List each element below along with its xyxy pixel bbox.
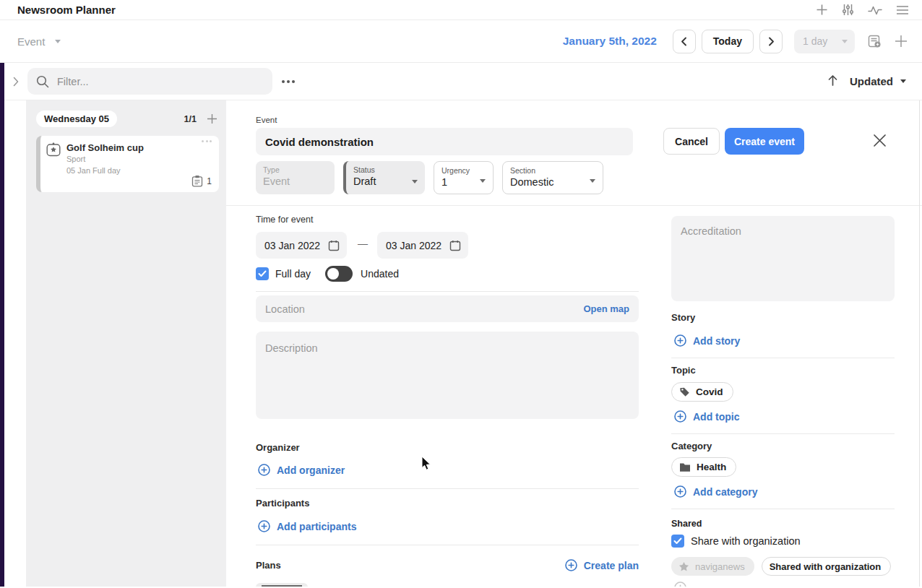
- location-input[interactable]: Location Open map: [256, 295, 639, 322]
- type-select: Type Event: [256, 161, 335, 194]
- undated-toggle[interactable]: [325, 266, 353, 282]
- plan-count: 1: [207, 176, 212, 186]
- description-textarea[interactable]: Description: [256, 332, 639, 419]
- scrollbar-rail[interactable]: [919, 100, 920, 587]
- app-title: Newsroom Planner: [17, 4, 116, 16]
- divider: [256, 291, 639, 292]
- section-select-value: Domestic: [510, 176, 595, 188]
- add-event-icon[interactable]: [207, 113, 217, 124]
- clipped-add-link: [674, 581, 736, 587]
- event-card[interactable]: Golf Solheim cup Sport 05 Jan Full day: [36, 136, 219, 192]
- plans-section-label: Plans: [256, 560, 281, 571]
- view-type-label: Event: [17, 35, 45, 48]
- filter-bar: Filter... Updated: [4, 63, 922, 100]
- card-more-options-icon[interactable]: [202, 140, 212, 142]
- divider: [671, 433, 895, 434]
- sort-by-value: Updated: [850, 75, 893, 87]
- end-date-input[interactable]: 03 Jan 2022: [377, 232, 468, 259]
- section-select-label: Section: [510, 166, 595, 175]
- start-date-input[interactable]: 03 Jan 2022: [256, 232, 347, 259]
- divider: [256, 545, 639, 545]
- add-participants-label: Add participants: [277, 521, 356, 532]
- add-category-button[interactable]: Add category: [674, 485, 757, 498]
- add-topic-button[interactable]: Add topic: [674, 410, 740, 423]
- more-options-icon[interactable]: [282, 80, 295, 83]
- urgency-select[interactable]: Urgency 1: [434, 161, 494, 194]
- caret-down-icon: [842, 40, 848, 43]
- end-date-value: 03 Jan 2022: [386, 240, 441, 251]
- saved-view-icon[interactable]: [868, 35, 882, 48]
- folder-icon: [679, 462, 691, 472]
- current-date-label[interactable]: January 5th, 2022: [563, 35, 657, 48]
- arrow-up-icon: [827, 74, 839, 87]
- caret-down-icon: [412, 180, 418, 183]
- accreditation-placeholder: Accreditation: [681, 225, 741, 237]
- type-select-value: Event: [263, 176, 327, 187]
- next-day-button[interactable]: [759, 30, 783, 53]
- divider: [226, 205, 922, 206]
- event-title-input[interactable]: Covid demonstration: [256, 128, 633, 155]
- sort-by-select[interactable]: Updated: [850, 75, 906, 87]
- shared-status-tag: Shared with organization: [762, 557, 892, 576]
- create-plan-button[interactable]: Create plan: [565, 559, 639, 571]
- status-select-value: Draft: [353, 176, 418, 187]
- category-tag-label: Health: [697, 462, 726, 472]
- status-select[interactable]: Status Draft: [343, 161, 425, 194]
- calendar-icon: [449, 240, 461, 251]
- plus-icon[interactable]: [895, 35, 908, 48]
- clipped-plan-item: [256, 583, 308, 587]
- topic-tag[interactable]: Covid: [671, 382, 733, 402]
- add-topic-label: Add topic: [693, 411, 740, 423]
- collapsed-panel-gutter: [4, 100, 26, 587]
- add-story-label: Add story: [693, 335, 740, 347]
- expand-panel-chevron[interactable]: [4, 77, 27, 87]
- circle-plus-icon: [674, 485, 686, 498]
- circle-plus-icon: [674, 581, 686, 587]
- add-participants-button[interactable]: Add participants: [258, 520, 356, 532]
- plan-count-badge: 1: [191, 175, 212, 187]
- undated-label: Undated: [361, 268, 399, 280]
- tag-icon: [679, 386, 690, 397]
- close-icon[interactable]: [873, 134, 887, 147]
- owner-tag-label: naviganews: [695, 561, 745, 572]
- participants-section-label: Participants: [256, 498, 309, 509]
- add-story-button[interactable]: Add story: [674, 334, 740, 347]
- circle-plus-icon: [258, 464, 270, 476]
- create-event-button[interactable]: Create event: [725, 128, 804, 155]
- caret-down-icon: [590, 179, 595, 183]
- filter-sliders-icon[interactable]: [842, 4, 854, 16]
- event-count: 1/1: [184, 114, 197, 124]
- full-day-checkbox[interactable]: [256, 267, 269, 280]
- day-range-select[interactable]: 1 day: [794, 30, 855, 53]
- circle-plus-icon: [258, 520, 270, 532]
- plus-icon[interactable]: [816, 4, 828, 16]
- category-tag[interactable]: Health: [671, 457, 736, 477]
- calendar-icon: [328, 240, 340, 251]
- filter-search-input[interactable]: Filter...: [27, 68, 272, 95]
- circle-plus-icon: [674, 334, 686, 347]
- divider: [671, 358, 895, 358]
- event-detail-panel: Event Covid demonstration Cancel Create …: [226, 100, 922, 587]
- topic-section-label: Topic: [671, 365, 696, 376]
- circle-plus-icon: [565, 559, 577, 571]
- location-placeholder: Location: [265, 303, 305, 315]
- today-button[interactable]: Today: [702, 30, 754, 53]
- share-with-organization-checkbox[interactable]: [671, 535, 684, 548]
- view-type-selector[interactable]: Event: [17, 35, 61, 48]
- section-select[interactable]: Section Domestic: [502, 161, 603, 194]
- menu-icon[interactable]: [896, 5, 909, 15]
- open-map-link[interactable]: Open map: [583, 303, 629, 314]
- caret-down-icon: [55, 40, 61, 43]
- cancel-button[interactable]: Cancel: [663, 128, 720, 155]
- sort-direction-button[interactable]: [827, 74, 839, 90]
- caret-down-icon: [480, 179, 486, 183]
- accreditation-textarea[interactable]: Accreditation: [671, 216, 895, 301]
- create-plan-label: Create plan: [584, 560, 639, 571]
- add-organizer-button[interactable]: Add organizer: [258, 464, 345, 476]
- prev-day-button[interactable]: [673, 30, 696, 53]
- event-star-icon: [46, 142, 61, 157]
- search-icon: [36, 75, 49, 88]
- activity-icon[interactable]: [868, 5, 882, 15]
- add-organizer-label: Add organizer: [277, 464, 345, 476]
- day-header: Wednesday 05: [36, 111, 117, 127]
